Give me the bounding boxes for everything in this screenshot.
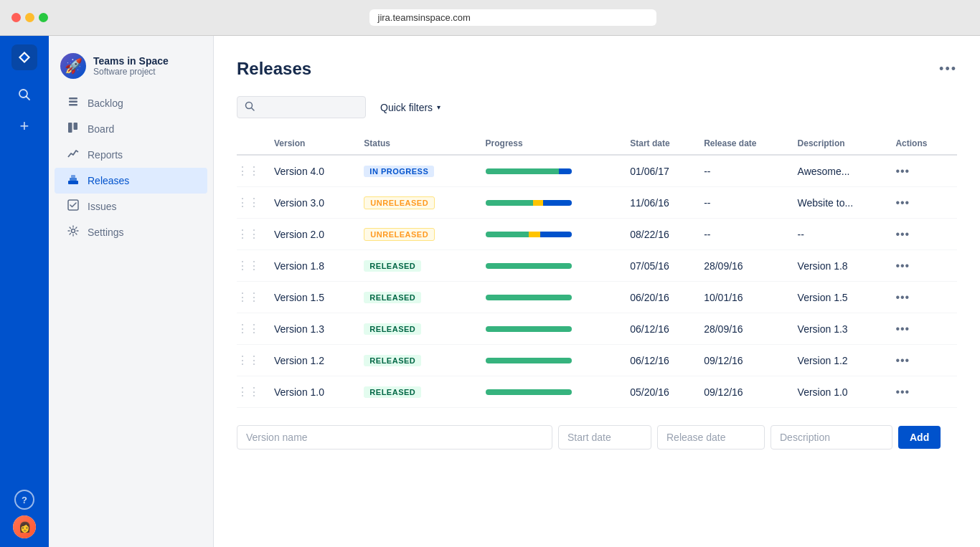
- create-rail-icon[interactable]: +: [11, 113, 37, 139]
- progress-cell: [486, 250, 631, 282]
- row-actions-menu[interactable]: •••: [895, 386, 910, 398]
- description-cell: Version 1.8: [798, 250, 896, 282]
- drag-handle-cell: ⋮⋮: [237, 282, 274, 313]
- drag-handle-icon[interactable]: ⋮⋮: [237, 196, 265, 209]
- status-badge: IN PROGRESS: [364, 166, 434, 177]
- app-container: + ? 👩 🚀 Teams in Space Software project: [0, 36, 980, 547]
- status-badge: RELEASED: [364, 323, 421, 335]
- releases-icon: [66, 173, 80, 188]
- page-header: Releases •••: [237, 59, 957, 79]
- version-cell: Version 1.8: [274, 250, 364, 282]
- col-description: Description: [798, 133, 896, 155]
- progress-bar: [486, 168, 572, 174]
- release-date-cell: 09/12/16: [704, 345, 797, 376]
- progress-cell: [486, 313, 631, 345]
- row-actions-menu[interactable]: •••: [895, 228, 910, 240]
- release-date-cell: 28/09/16: [704, 313, 797, 345]
- svg-rect-7: [68, 181, 78, 184]
- table-row: ⋮⋮ Version 4.0 IN PROGRESS 01/06/17 -- A…: [237, 155, 957, 187]
- row-actions-menu[interactable]: •••: [895, 165, 910, 177]
- app-logo[interactable]: [11, 44, 37, 70]
- help-rail-icon[interactable]: ?: [14, 490, 34, 510]
- minimize-dot[interactable]: [25, 13, 34, 22]
- project-name: Teams in Space: [93, 55, 169, 67]
- row-actions-menu[interactable]: •••: [895, 196, 910, 209]
- status-cell: RELEASED: [364, 345, 485, 376]
- actions-cell[interactable]: •••: [895, 219, 957, 250]
- drag-handle-icon[interactable]: ⋮⋮: [237, 354, 265, 366]
- sidebar: 🚀 Teams in Space Software project Backlo…: [49, 36, 214, 547]
- drag-handle-cell: ⋮⋮: [237, 313, 274, 345]
- drag-handle-icon[interactable]: ⋮⋮: [237, 386, 265, 398]
- svg-rect-3: [69, 101, 77, 103]
- sidebar-item-reports[interactable]: Reports: [55, 142, 207, 168]
- main-content: Releases ••• Quick filters ▾: [214, 36, 980, 547]
- drag-handle-icon[interactable]: ⋮⋮: [237, 291, 265, 303]
- col-version: Version: [274, 133, 364, 155]
- drag-handle-icon[interactable]: ⋮⋮: [237, 323, 265, 335]
- actions-cell[interactable]: •••: [895, 250, 957, 282]
- project-type: Software project: [93, 67, 169, 77]
- actions-cell[interactable]: •••: [895, 345, 957, 376]
- progress-cell: [486, 282, 631, 313]
- backlog-label: Backlog: [88, 97, 123, 109]
- table-row: ⋮⋮ Version 3.0 UNRELEASED 11/06/16 -- We…: [237, 187, 957, 219]
- status-badge: RELEASED: [364, 355, 421, 366]
- row-actions-menu[interactable]: •••: [895, 323, 910, 335]
- start-date-input[interactable]: [558, 425, 651, 450]
- start-date-cell: 06/12/16: [630, 313, 704, 345]
- sidebar-item-releases[interactable]: Releases: [55, 168, 207, 194]
- releases-table: Version Status Progress Start date Relea…: [237, 133, 957, 408]
- table-row: ⋮⋮ Version 1.3 RELEASED 06/12/16 28/09/1…: [237, 313, 957, 345]
- actions-cell[interactable]: •••: [895, 376, 957, 408]
- release-date-input[interactable]: [657, 425, 765, 450]
- row-actions-menu[interactable]: •••: [895, 291, 910, 303]
- actions-cell[interactable]: •••: [895, 155, 957, 187]
- actions-cell[interactable]: •••: [895, 313, 957, 345]
- progress-bar: [486, 295, 572, 300]
- fullscreen-dot[interactable]: [39, 13, 48, 22]
- settings-icon: [66, 225, 80, 239]
- add-version-button[interactable]: Add: [898, 426, 941, 449]
- search-box[interactable]: [237, 96, 366, 118]
- version-name-input[interactable]: [237, 425, 552, 450]
- start-date-cell: 11/06/16: [630, 187, 704, 219]
- browser-url-bar[interactable]: jira.teamsinspace.com: [369, 9, 656, 26]
- reports-label: Reports: [88, 149, 123, 161]
- release-date-cell: --: [704, 155, 797, 187]
- progress-bar: [486, 326, 572, 332]
- reports-icon: [66, 148, 80, 162]
- actions-cell[interactable]: •••: [895, 187, 957, 219]
- drag-handle-icon[interactable]: ⋮⋮: [237, 165, 265, 177]
- search-rail-icon[interactable]: [11, 82, 37, 108]
- sidebar-item-settings[interactable]: Settings: [55, 219, 207, 245]
- col-start-date: Start date: [630, 133, 704, 155]
- actions-cell[interactable]: •••: [895, 282, 957, 313]
- board-icon: [66, 122, 80, 136]
- drag-handle-icon[interactable]: ⋮⋮: [237, 260, 265, 272]
- description-cell: Version 1.5: [798, 282, 896, 313]
- sidebar-item-backlog[interactable]: Backlog: [55, 90, 207, 116]
- quick-filters-button[interactable]: Quick filters ▾: [374, 97, 446, 118]
- progress-cell: [486, 219, 631, 250]
- row-actions-menu[interactable]: •••: [895, 354, 910, 366]
- row-actions-menu[interactable]: •••: [895, 260, 910, 272]
- svg-rect-6: [74, 123, 78, 130]
- status-cell: RELEASED: [364, 376, 485, 408]
- col-drag: [237, 133, 274, 155]
- sidebar-item-board[interactable]: Board: [55, 116, 207, 142]
- status-cell: RELEASED: [364, 250, 485, 282]
- drag-handle-icon[interactable]: ⋮⋮: [237, 228, 265, 240]
- drag-handle-cell: ⋮⋮: [237, 219, 274, 250]
- drag-handle-cell: ⋮⋮: [237, 376, 274, 408]
- sidebar-item-issues[interactable]: Issues: [55, 194, 207, 219]
- description-input[interactable]: [771, 425, 892, 450]
- board-label: Board: [88, 123, 114, 135]
- close-dot[interactable]: [11, 13, 21, 22]
- toolbar: Quick filters ▾: [237, 96, 957, 118]
- more-options-button[interactable]: •••: [939, 62, 957, 77]
- version-cell: Version 1.0: [274, 376, 364, 408]
- user-avatar-rail[interactable]: 👩: [13, 515, 36, 538]
- progress-bar: [486, 200, 572, 206]
- releases-label: Releases: [88, 175, 129, 186]
